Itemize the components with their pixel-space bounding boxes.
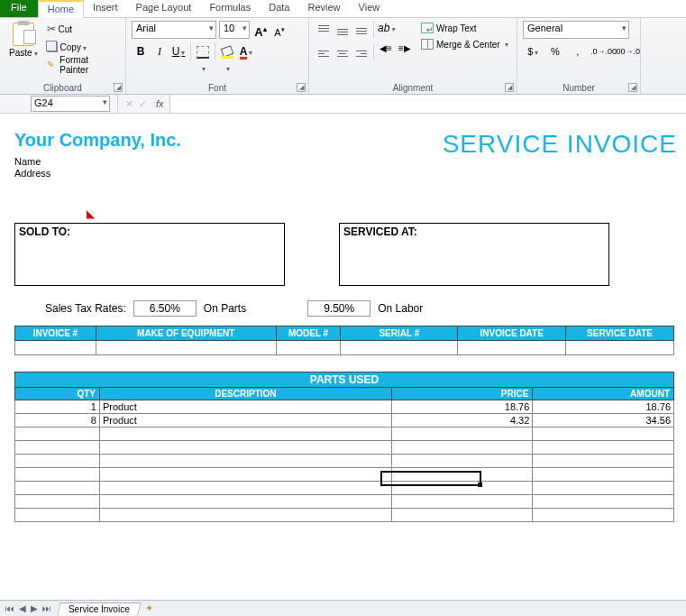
name-box[interactable]: G24 (31, 96, 110, 112)
col-price: PRICE (391, 388, 533, 400)
insert-function-button[interactable]: fx (156, 98, 164, 109)
accounting-format-button[interactable]: $ (523, 42, 544, 60)
align-left-button[interactable] (315, 42, 333, 60)
align-middle-button[interactable] (334, 21, 352, 39)
tab-review[interactable]: Review (298, 0, 349, 17)
underline-button[interactable]: U (169, 42, 188, 60)
brush-icon: ✎ (47, 60, 58, 70)
orientation-button[interactable]: ab (377, 21, 395, 39)
cell-price: 18.76 (391, 400, 533, 414)
align-top-button[interactable] (315, 21, 333, 39)
number-dialog-launcher[interactable]: ◢ (628, 83, 637, 92)
paste-button[interactable]: Paste (5, 21, 41, 80)
table-row: 8 Product 4.32 34.56 (15, 414, 674, 428)
wrap-text-button[interactable]: Wrap Text (419, 21, 510, 35)
cancel-formula-button[interactable]: ✕ (125, 98, 133, 110)
merge-icon (421, 39, 434, 50)
ribbon-tabs: File Home Insert Page Layout Formulas Da… (0, 0, 686, 18)
copy-icon (47, 41, 58, 52)
tab-insert[interactable]: Insert (84, 0, 127, 17)
on-labor-label: On Labor (378, 302, 423, 315)
table-row: 1 Product 18.76 18.76 (15, 400, 674, 414)
tax-rates-label: Sales Tax Rates: (45, 302, 126, 315)
tab-nav-prev[interactable]: ◀ (17, 603, 28, 613)
tax-parts-value: 6.50% (133, 300, 197, 317)
font-size-combo[interactable]: 10 (219, 21, 250, 39)
merge-label: Merge & Center (436, 40, 500, 50)
tab-nav-first[interactable]: ⏮ (4, 603, 16, 613)
col-make: MAKE OF EQUIPMENT (96, 326, 276, 341)
tab-view[interactable]: View (350, 0, 389, 17)
cell-amount: 18.76 (533, 400, 674, 414)
border-button[interactable] (194, 42, 212, 60)
cell-qty: 1 (15, 400, 100, 414)
decrease-decimal-button[interactable]: .00→.0 (613, 42, 635, 60)
tab-home[interactable]: Home (38, 0, 84, 18)
copy-button[interactable]: Copy (45, 39, 120, 55)
fill-color-button[interactable] (218, 42, 236, 60)
wrap-label: Wrap Text (436, 23, 477, 33)
tax-labor-value: 9.50% (307, 300, 370, 317)
cut-label: Cut (59, 24, 73, 34)
table-row (15, 468, 674, 482)
new-sheet-button[interactable]: ✦ (145, 602, 153, 614)
align-bottom-button[interactable] (352, 21, 370, 39)
percent-format-button[interactable]: % (545, 42, 566, 60)
cut-button[interactable]: ✂Cut (45, 21, 120, 37)
number-format-combo[interactable]: General (523, 21, 629, 39)
worksheet[interactable]: Your Company, Inc. SERVICE INVOICE Name … (0, 114, 686, 600)
address-label: Address (14, 168, 679, 179)
format-painter-label: Format Painter (59, 55, 118, 75)
wrap-icon (421, 23, 434, 33)
group-label-font: Font (126, 83, 308, 93)
tab-data[interactable]: Data (260, 0, 298, 17)
paste-icon (13, 23, 34, 46)
col-serial: SERIAL # (341, 326, 458, 341)
tab-nav-last[interactable]: ⏭ (41, 603, 53, 613)
table-row (15, 341, 674, 355)
invoice-header-table: INVOICE # MAKE OF EQUIPMENT MODEL # SERI… (14, 326, 674, 355)
font-dialog-launcher[interactable]: ◢ (297, 83, 306, 92)
decrease-indent-button[interactable]: ◀≡ (377, 42, 395, 60)
format-painter-button[interactable]: ✎Format Painter (45, 57, 120, 73)
sheet-tab-service-invoice[interactable]: Service Invoice (58, 602, 142, 615)
merge-center-button[interactable]: Merge & Center (419, 37, 510, 51)
font-name-combo[interactable]: Arial (132, 21, 216, 39)
col-service-date: SERVICE DATE (566, 326, 674, 341)
col-invoice: INVOICE # (15, 326, 96, 341)
tab-file[interactable]: File (0, 0, 38, 17)
formula-input[interactable] (169, 95, 686, 113)
sold-to-box: SOLD TO: (14, 223, 285, 286)
cell-price: 4.32 (391, 414, 533, 428)
group-clipboard: Paste ✂Cut Copy ✎Format Painter Clipboar… (0, 18, 126, 94)
group-number: General $ % , .0→.00 .00→.0 Number ◢ (517, 18, 641, 94)
copy-label: Copy (60, 42, 87, 52)
tab-formulas[interactable]: Formulas (200, 0, 260, 17)
col-model: MODEL # (276, 326, 341, 341)
font-color-button[interactable]: A (237, 42, 255, 60)
tab-page-layout[interactable]: Page Layout (127, 0, 201, 17)
sheet-tab-label: Service Invoice (69, 604, 130, 614)
parts-table: QTY DESCRIPTION PRICE AMOUNT 1 Product 1… (14, 387, 674, 522)
group-label-number: Number (517, 83, 640, 93)
increase-decimal-button[interactable]: .0→.00 (590, 42, 611, 60)
bold-button[interactable]: B (132, 42, 150, 60)
shrink-font-button[interactable]: A▾ (271, 21, 288, 39)
ribbon: Paste ✂Cut Copy ✎Format Painter Clipboar… (0, 18, 686, 95)
align-right-button[interactable] (352, 42, 370, 60)
paste-label: Paste (9, 48, 38, 58)
grow-font-button[interactable]: A▴ (252, 21, 269, 39)
alignment-dialog-launcher[interactable]: ◢ (505, 83, 514, 92)
comment-indicator-icon: ◣ (87, 207, 95, 220)
invoice-title: SERVICE INVOICE (443, 130, 677, 159)
table-row (15, 428, 674, 441)
increase-indent-button[interactable]: ≡▶ (396, 42, 414, 60)
tab-nav-next[interactable]: ▶ (29, 603, 40, 613)
comma-format-button[interactable]: , (567, 42, 588, 60)
clipboard-dialog-launcher[interactable]: ◢ (114, 83, 123, 92)
enter-formula-button[interactable]: ✓ (139, 98, 147, 110)
italic-button[interactable]: I (151, 42, 169, 60)
sheet-tab-bar: ⏮ ◀ ▶ ⏭ Service Invoice ✦ (0, 600, 686, 616)
group-alignment: ab ◀≡ ≡▶ Wrap Text Merge & Center (309, 18, 517, 94)
align-center-button[interactable] (334, 42, 352, 60)
